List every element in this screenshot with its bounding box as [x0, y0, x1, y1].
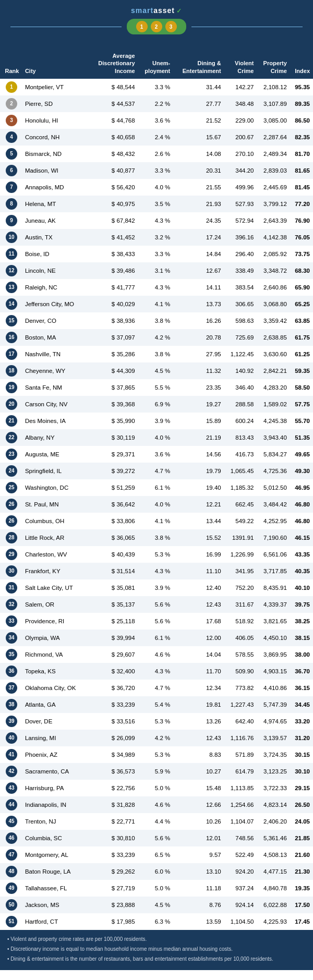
- cell-property: 7,190.60: [256, 529, 289, 546]
- cell-city: Jackson, MS: [23, 897, 89, 913]
- cell-rank: 42: [0, 763, 23, 780]
- table-row: 22 Albany, NY $ 30,119 4.0 % 21.19 813.4…: [0, 429, 313, 446]
- cell-income: $ 26,099: [88, 730, 137, 746]
- cell-index: 40.35: [289, 563, 313, 579]
- rank-circle: 29: [6, 549, 17, 560]
- cell-income: $ 32,400: [88, 663, 137, 680]
- cell-unemployment: 4.1 %: [137, 296, 173, 312]
- cell-index: 95.35: [289, 79, 313, 95]
- cell-index: 46.95: [289, 479, 313, 496]
- cell-dining: 13.10: [172, 863, 223, 880]
- cell-index: 26.50: [289, 796, 313, 813]
- cell-index: 30.15: [289, 746, 313, 763]
- cell-unemployment: 5.0 %: [137, 880, 173, 897]
- cell-unemployment: 3.9 %: [137, 413, 173, 429]
- cell-unemployment: 4.6 %: [137, 646, 173, 663]
- table-row: 2 Pierre, SD $ 44,537 2.2 % 27.77 348.48…: [0, 95, 313, 112]
- cell-unemployment: 3.9 %: [137, 579, 173, 596]
- cell-income: $ 36,720: [88, 680, 137, 696]
- cell-income: $ 40,975: [88, 196, 137, 212]
- table-row: 43 Harrisburg, PA $ 22,756 5.0 % 15.48 1…: [0, 780, 313, 796]
- cell-income: $ 31,514: [88, 563, 137, 579]
- cell-unemployment: 4.4 %: [137, 813, 173, 830]
- cell-index: 30.10: [289, 763, 313, 780]
- cell-dining: 13.73: [172, 296, 223, 312]
- cell-city: Sacramento, CA: [23, 763, 89, 780]
- cell-violent: 296.40: [223, 246, 256, 262]
- cell-income: $ 56,420: [88, 179, 137, 196]
- cell-dining: 8.76: [172, 897, 223, 913]
- cell-property: 5,747.39: [256, 696, 289, 713]
- cell-city: Little Rock, AR: [23, 529, 89, 546]
- table-row: 36 Topeka, KS $ 32,400 4.3 % 11.70 509.9…: [0, 663, 313, 680]
- cell-property: 3,139.57: [256, 730, 289, 746]
- cell-unemployment: 2.2 %: [137, 95, 173, 112]
- cell-property: 3,869.95: [256, 646, 289, 663]
- rank-circle: 25: [6, 482, 17, 493]
- cell-index: 43.35: [289, 546, 313, 563]
- cell-city: Albany, NY: [23, 429, 89, 446]
- cell-violent: 600.24: [223, 413, 256, 429]
- table-row: 4 Concord, NH $ 40,658 2.4 % 15.67 200.6…: [0, 129, 313, 146]
- cell-unemployment: 4.0 %: [137, 179, 173, 196]
- table-row: 44 Indianapolis, IN $ 31,828 4.6 % 12.66…: [0, 796, 313, 813]
- cell-violent: 725.69: [223, 329, 256, 346]
- cell-index: 39.75: [289, 596, 313, 613]
- cell-index: 76.05: [289, 229, 313, 246]
- cell-dining: 21.93: [172, 196, 223, 212]
- cell-index: 46.80: [289, 496, 313, 513]
- cell-city: Atlanta, GA: [23, 696, 89, 713]
- cell-city: Boise, ID: [23, 246, 89, 262]
- cell-unemployment: 4.3 %: [137, 279, 173, 296]
- cell-city: Salem, OR: [23, 596, 89, 613]
- cell-violent: 396.16: [223, 229, 256, 246]
- rank-circle: 18: [6, 365, 17, 377]
- table-row: 20 Carson City, NV $ 39,368 6.9 % 19.27 …: [0, 396, 313, 413]
- cell-property: 3,068.80: [256, 296, 289, 312]
- cell-rank: 36: [0, 663, 23, 680]
- cell-property: 4,283.20: [256, 379, 289, 396]
- rank-circle: 8: [6, 198, 17, 210]
- cell-index: 86.50: [289, 112, 313, 129]
- cell-income: $ 37,865: [88, 379, 137, 396]
- cell-rank: 12: [0, 262, 23, 279]
- cell-property: 2,643.39: [256, 212, 289, 229]
- cell-city: Baton Rouge, LA: [23, 863, 89, 880]
- cell-city: Tallahassee, FL: [23, 880, 89, 897]
- cell-rank: 39: [0, 713, 23, 730]
- cell-unemployment: 4.2 %: [137, 329, 173, 346]
- cell-city: Des Moines, IA: [23, 413, 89, 429]
- cell-income: $ 44,309: [88, 362, 137, 379]
- cell-property: 4,142.38: [256, 229, 289, 246]
- cell-violent: 1391.91: [223, 529, 256, 546]
- table-row: 8 Helena, MT $ 40,975 3.5 % 21.93 527.93…: [0, 196, 313, 212]
- cell-city: Olympia, WA: [23, 630, 89, 646]
- cell-income: $ 33,516: [88, 713, 137, 730]
- cell-income: $ 23,888: [88, 897, 137, 913]
- cell-dining: 16.26: [172, 312, 223, 329]
- cell-property: 3,630.60: [256, 346, 289, 362]
- cell-property: 3,085.00: [256, 112, 289, 129]
- cell-income: $ 37,097: [88, 329, 137, 346]
- table-row: 48 Baton Rouge, LA $ 29,262 6.0 % 13.10 …: [0, 863, 313, 880]
- cell-rank: 19: [0, 379, 23, 396]
- cell-property: 4,974.65: [256, 713, 289, 730]
- cell-index: 61.25: [289, 346, 313, 362]
- cell-unemployment: 4.7 %: [137, 680, 173, 696]
- cell-rank: 17: [0, 346, 23, 362]
- cell-unemployment: 4.5 %: [137, 362, 173, 379]
- cell-income: $ 51,259: [88, 479, 137, 496]
- rank-circle: 10: [6, 232, 17, 243]
- cell-violent: 924.20: [223, 863, 256, 880]
- rank-circle: 3: [6, 115, 17, 126]
- cell-city: Frankfort, KY: [23, 563, 89, 579]
- cell-violent: 1,116.76: [223, 730, 256, 746]
- table-row: 51 Hartford, CT $ 17,985 6.3 % 13.59 1,1…: [0, 913, 313, 930]
- cell-income: $ 38,936: [88, 312, 137, 329]
- cell-violent: 1,185.32: [223, 479, 256, 496]
- cell-unemployment: 3.8 %: [137, 312, 173, 329]
- rank-circle: 30: [6, 565, 17, 577]
- table-row: 16 Boston, MA $ 37,097 4.2 % 20.78 725.6…: [0, 329, 313, 346]
- cell-dining: 15.52: [172, 529, 223, 546]
- cell-rank: 9: [0, 212, 23, 229]
